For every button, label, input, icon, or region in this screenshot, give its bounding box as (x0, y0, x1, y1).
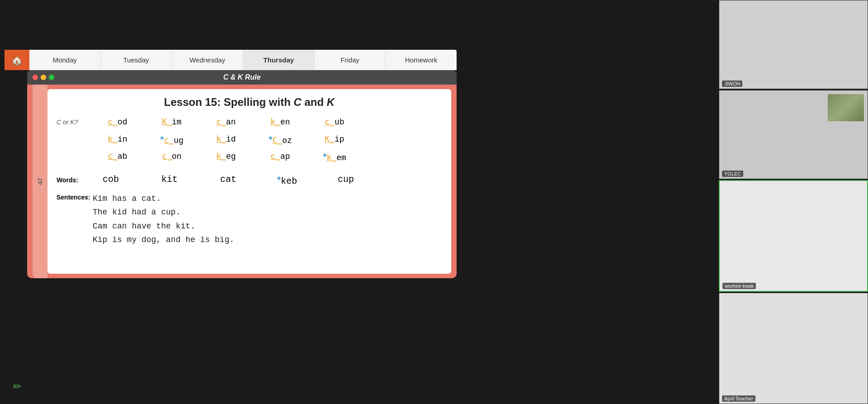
spell-word-cap: c̲ap (255, 151, 305, 167)
participant-april: April Teacher (719, 293, 868, 404)
spell-word-cug: ✱c̲ug (147, 134, 197, 150)
page-strip: 47 (33, 85, 47, 278)
yglec-thumbnail (828, 94, 864, 121)
word-kit: kit (151, 174, 188, 186)
sentences-label: Sentences: (57, 192, 93, 201)
spell-word-kin: k̲in (93, 134, 142, 150)
lesson-title: Lesson 15: Spelling with C and K (57, 96, 442, 109)
lesson-content: Lesson 15: Spelling with C and K C or K?… (47, 89, 451, 274)
nav-monday[interactable]: Monday (29, 50, 101, 70)
sentences-list: Kim has a cat. The kid had a cup. Cam ca… (93, 192, 234, 247)
sentence-3: Cam can have the kit. (93, 219, 234, 233)
nav-bar: 🏠 Monday Tuesday Wednesday Thursday Frid… (5, 50, 457, 70)
words-section: Words: cob kit cat ✱keb cup (57, 174, 442, 186)
window-titlebar: C & K Rule (27, 70, 457, 85)
spell-word-coz: ✱C̲oz (255, 134, 305, 150)
window-maximize-dot[interactable] (49, 75, 54, 80)
words-list: cob kit cat ✱keb cup (93, 174, 364, 186)
word-cob: cob (93, 174, 129, 186)
words-label: Words: (57, 176, 93, 184)
page-number: 47 (37, 178, 44, 185)
window-title: C & K Rule (223, 73, 261, 81)
spell-word-cod: c̲od (93, 117, 142, 133)
participant-jiwon: JIWON (719, 0, 868, 89)
spelling-grid: c̲od K̲im c̲an k̲en c̲ub (93, 117, 359, 167)
sidebar: JIWON YGLEC seohee kwak April Teacher (719, 0, 868, 404)
window-close-dot[interactable] (33, 75, 38, 80)
participant-seohee: seohee kwak (719, 180, 868, 292)
spell-word-keg: k̲eg (201, 151, 251, 167)
nav-wednesday[interactable]: Wednesday (172, 50, 243, 70)
window-minimize-dot[interactable] (41, 75, 46, 80)
main-content: 🏠 Monday Tuesday Wednesday Thursday Frid… (0, 0, 533, 404)
participant-seohee-label: seohee kwak (722, 283, 756, 289)
nav-homework[interactable]: Homework (386, 50, 457, 70)
word-cat: cat (210, 174, 246, 186)
sentence-2: The kid had a cup. (93, 205, 234, 219)
nav-thursday[interactable]: Thursday (243, 50, 315, 70)
sentence-4: Kip is my dog, and he is big. (93, 233, 234, 247)
spell-word-cub: c̲ub (310, 117, 359, 133)
participant-jiwon-label: JIWON (722, 81, 742, 87)
participant-yglec-label: YGLEC (722, 171, 743, 177)
spell-word-kim: K̲im (147, 117, 197, 133)
thumbnail-image (828, 94, 864, 121)
spell-word-kip: K̲ip (310, 134, 359, 150)
spell-word-con: c̲on (147, 151, 197, 167)
nav-tuesday[interactable]: Tuesday (101, 50, 172, 70)
spell-word-kid: k̲id (201, 134, 251, 150)
participant-yglec: YGLEC (719, 90, 868, 179)
word-keb: ✱keb (269, 174, 305, 186)
lesson-window: C & K Rule 47 Lesson 15: Spelling with C… (27, 70, 457, 278)
sentence-1: Kim has a cat. (93, 192, 234, 206)
spell-word-kem: ✱k̲em (310, 151, 359, 167)
nav-home-button[interactable]: 🏠 (5, 50, 29, 70)
spell-word-ken: k̲en (255, 117, 305, 133)
section-label: C or K? (57, 117, 93, 126)
sentences-section: Sentences: Kim has a cat. The kid had a … (57, 192, 442, 247)
participant-april-label: April Teacher (722, 395, 755, 402)
pencil-icon[interactable]: ✏ (9, 379, 25, 395)
spell-word-cab: c̲ab (93, 151, 142, 167)
spelling-section: C or K? c̲od K̲im c̲an k̲en (57, 117, 442, 167)
word-cup: cup (328, 174, 364, 186)
spell-word-can: c̲an (201, 117, 251, 133)
home-icon: 🏠 (11, 55, 23, 66)
nav-friday[interactable]: Friday (315, 50, 386, 70)
